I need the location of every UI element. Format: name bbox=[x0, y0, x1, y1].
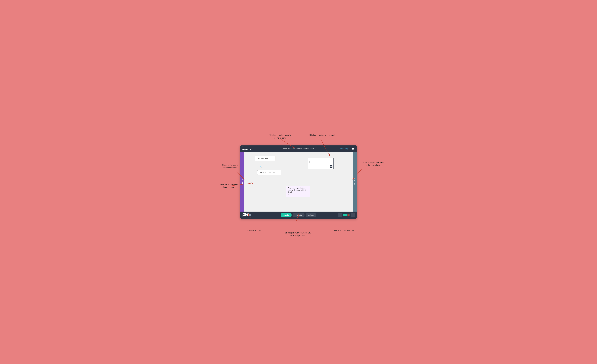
logo-area: beta neonce bbox=[242, 146, 255, 151]
zoom-controls: — + bbox=[338, 213, 355, 217]
svg-marker-4 bbox=[247, 216, 248, 216]
zoom-in-button[interactable]: + bbox=[351, 213, 355, 217]
mode-buttons: create elevate select bbox=[281, 213, 316, 217]
header-title: How does the Neonce board work? bbox=[283, 148, 314, 150]
promote-label: promote bbox=[354, 178, 356, 185]
idea-card-3[interactable]: This is an even better idea, with some a… bbox=[286, 186, 310, 197]
app-toolbar: create elevate select — + bbox=[240, 212, 357, 219]
zoom-out-button[interactable]: — bbox=[338, 213, 342, 217]
zoom-slider-thumb bbox=[346, 214, 347, 216]
annotation-problem: This is the problem you're going to solv… bbox=[269, 134, 292, 139]
new-card-input[interactable] bbox=[309, 159, 332, 165]
create-mode-button[interactable]: create bbox=[281, 213, 292, 217]
idea-card-1-text: This is an idea. bbox=[257, 157, 269, 159]
idea-card-2-text: This is another idea bbox=[259, 172, 275, 174]
annotation-chat: Click here to chat bbox=[243, 229, 264, 232]
zoom-hint-icon: 🔍 bbox=[260, 166, 262, 168]
svg-rect-2 bbox=[244, 214, 245, 215]
menu-icon: ≡ bbox=[288, 194, 308, 196]
header-right: Need help? bbox=[340, 147, 355, 150]
annotation-mode: This thing shows you where you are in th… bbox=[283, 231, 311, 237]
gear-icon bbox=[351, 147, 354, 150]
need-help-link[interactable]: Need help? bbox=[340, 148, 349, 150]
app-window: beta neonce How does the Neonce board wo… bbox=[240, 145, 357, 219]
select-mode-button[interactable]: select bbox=[306, 213, 316, 217]
promote-sidebar[interactable]: promote bbox=[353, 152, 357, 212]
chat-button[interactable] bbox=[242, 213, 251, 217]
inspire-sidebar[interactable]: inspire bbox=[240, 152, 244, 212]
idea-card-3-text: This is an even better idea, with some a… bbox=[288, 187, 308, 193]
annotation-promote: Click this to promote ideas to the next … bbox=[361, 161, 385, 166]
zoom-slider[interactable] bbox=[343, 214, 350, 216]
app-main: inspire This is an idea. 🔍 This is anoth… bbox=[240, 152, 357, 212]
chat-bubbles-icon bbox=[246, 213, 251, 217]
canvas-area: This is an idea. 🔍 This is another idea … bbox=[244, 152, 353, 212]
annotation-zoom: Zoom in and out with this bbox=[331, 229, 355, 232]
svg-rect-1 bbox=[243, 214, 244, 215]
svg-rect-5 bbox=[248, 214, 251, 216]
chat-icon bbox=[242, 213, 246, 217]
new-idea-card[interactable]: + bbox=[308, 158, 334, 169]
annotation-inspire: Click this for useful inspiration tools bbox=[220, 164, 240, 169]
annotation-ideas: These are some ideas already added bbox=[218, 183, 239, 189]
idea-card-1[interactable]: This is an idea. bbox=[255, 156, 275, 161]
elevate-mode-button[interactable]: elevate bbox=[293, 213, 305, 217]
new-card-plus-button[interactable]: + bbox=[330, 165, 332, 168]
app-header: beta neonce How does the Neonce board wo… bbox=[240, 145, 357, 152]
svg-text:neonce: neonce bbox=[242, 148, 251, 151]
idea-card-2[interactable]: This is another idea bbox=[257, 170, 281, 175]
inspire-label: inspire bbox=[241, 179, 243, 185]
settings-button[interactable] bbox=[351, 147, 355, 150]
annotation-brand-new: This is a brand new idea card bbox=[309, 134, 335, 136]
logo-text: neonce bbox=[242, 147, 255, 151]
